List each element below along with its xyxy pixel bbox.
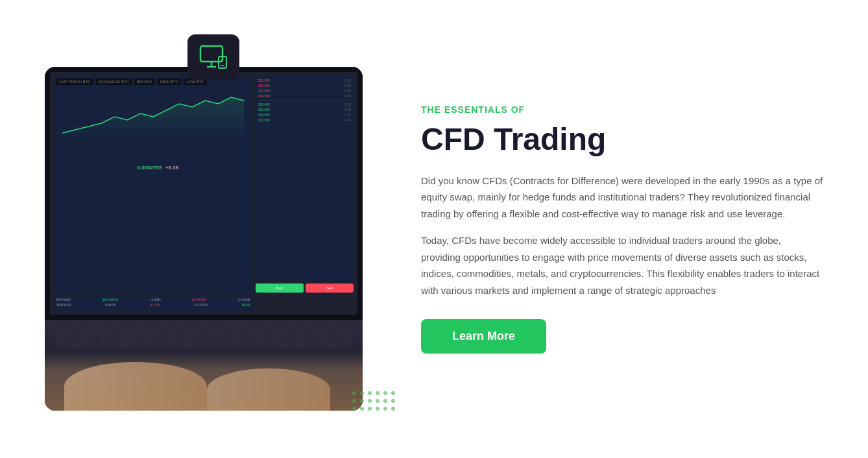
trading-ui: LAST PRICE BTC EXCHANGE BTC BID BTC HIGH… [50,72,357,315]
screen-content: LAST PRICE BTC EXCHANGE BTC BID BTC HIGH… [45,67,363,320]
right-panel: 321,0000.15 320,5000.32 320,0000.88 319,… [256,76,354,293]
main-title: CFD Trading [421,123,823,157]
buy-button[interactable]: Buy [256,283,304,293]
laptop-body [45,320,363,411]
dots-decoration [352,391,395,411]
monitor-icon [199,45,228,69]
order-book: 321,0000.15 320,5000.32 320,0000.88 319,… [256,76,354,282]
right-section: THE ESSENTIALS OF CFD Trading Did you kn… [421,91,823,367]
laptop-image: LAST PRICE BTC EXCHANGE BTC BID BTC HIGH… [45,67,363,411]
page-container: LAST PRICE BTC EXCHANGE BTC BID BTC HIGH… [45,15,823,443]
subtitle: THE ESSENTIALS OF [421,104,823,115]
sell-button[interactable]: Sell [306,283,354,293]
chart-panel: LAST PRICE BTC EXCHANGE BTC BID BTC HIGH… [54,76,253,293]
data-table: BTC/USD 319,245.32 +2.34% ETH/USD 2,145.… [54,295,253,311]
price-chart [56,88,250,139]
description-first: Did you know CFDs (Contracts for Differe… [421,173,823,223]
description-second: Today, CFDs have become widely accessibl… [421,232,823,298]
left-section: LAST PRICE BTC EXCHANGE BTC BID BTC HIGH… [45,41,382,417]
learn-more-button[interactable]: Learn More [421,319,546,354]
price-display: 0.0002578 +6.38 [134,163,182,173]
icon-card [187,34,239,80]
